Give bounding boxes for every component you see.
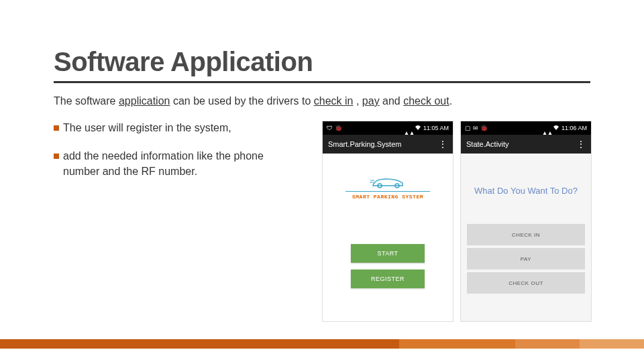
phone-screenshot-2: ▢ ✉ 🐞 11:06 AM State.Activity ⋮ What Do …	[460, 121, 592, 322]
intro-mid1: can be used by the drivers to	[170, 95, 313, 107]
status-bar: ▢ ✉ 🐞 11:06 AM	[461, 121, 591, 135]
overflow-menu-icon[interactable]: ⋮	[576, 139, 586, 149]
intro-mid3: and	[380, 95, 404, 107]
wifi-icon	[553, 125, 559, 131]
intro-u4: check out	[403, 95, 449, 107]
bullet-1: The user will register in the system,	[54, 121, 302, 135]
mail-icon: ✉	[473, 125, 478, 131]
checkout-button[interactable]: CHECK OUT	[467, 272, 585, 294]
logo-text: SMART PARKING SYSTEM	[345, 191, 430, 200]
bullet-2: add the needed information like the phon…	[54, 149, 302, 179]
bug-icon: 🐞	[480, 125, 488, 131]
footer-bar	[0, 339, 644, 349]
bullet-1-text: The user will register in the system,	[63, 121, 231, 135]
phone2-body: What Do You Want To Do? CHECK IN PAY CHE…	[461, 154, 591, 321]
bullet-square-icon	[54, 125, 59, 131]
start-button[interactable]: START	[351, 244, 425, 263]
shield-icon: 🛡	[327, 125, 333, 131]
bug-icon: 🐞	[335, 125, 342, 131]
slide-title: Software Application	[54, 47, 590, 77]
pay-button[interactable]: PAY	[467, 248, 585, 269]
car-icon	[368, 174, 408, 190]
intro-u3: pay	[362, 95, 380, 107]
app-bar-title: Smart.Parking.System	[328, 140, 401, 148]
prompt-text: What Do You Want To Do?	[469, 186, 583, 196]
intro-mid2: ,	[353, 95, 362, 107]
app-bar: Smart.Parking.System ⋮	[323, 135, 453, 154]
title-underline	[54, 81, 590, 83]
app-logo: SMART PARKING SYSTEM	[345, 174, 430, 200]
intro-text: The software application can be used by …	[54, 95, 590, 107]
bullet-square-icon	[54, 154, 59, 159]
intro-u1: application	[119, 95, 170, 107]
phone1-body: SMART PARKING SYSTEM START REGISTER	[323, 154, 453, 321]
checkin-button[interactable]: CHECK IN	[467, 224, 585, 245]
bullet-column: The user will register in the system, ad…	[54, 121, 302, 192]
status-bar: 🛡 🐞 11:05 AM	[323, 121, 453, 135]
square-icon: ▢	[465, 125, 471, 131]
wifi-icon	[415, 125, 421, 131]
status-time: 11:05 AM	[423, 125, 449, 131]
bullet-2-text: add the needed information like the phon…	[63, 149, 302, 179]
register-button[interactable]: REGISTER	[351, 269, 425, 288]
intro-pre: The software	[54, 95, 119, 107]
intro-end: .	[449, 95, 452, 107]
overflow-menu-icon[interactable]: ⋮	[438, 139, 447, 149]
app-bar-title: State.Activity	[466, 140, 509, 148]
app-bar: State.Activity ⋮	[461, 135, 591, 154]
phone-screenshot-1: 🛡 🐞 11:05 AM Smart.Parking.System ⋮	[322, 121, 453, 322]
intro-u2: check in	[314, 95, 354, 107]
status-time: 11:06 AM	[561, 125, 587, 131]
